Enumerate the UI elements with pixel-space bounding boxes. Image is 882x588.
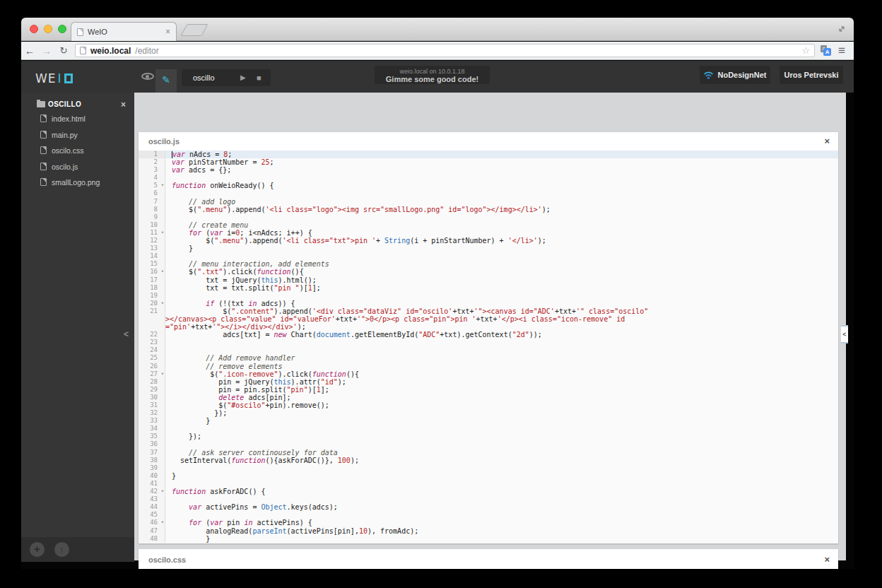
code-text[interactable]: function onWeioReady() { (165, 182, 838, 189)
code-text[interactable]: } (165, 245, 838, 252)
file-item[interactable]: main.py (21, 128, 134, 144)
panel-close-icon[interactable]: × (824, 549, 830, 569)
code-text[interactable] (165, 511, 838, 519)
code-text[interactable] (165, 174, 838, 182)
url-bar[interactable]: weio.local /editor ☆ (75, 44, 815, 57)
url-host: weio.local (90, 46, 131, 56)
code-text[interactable]: }); (165, 433, 838, 440)
code-text[interactable]: var nAdcs = 8; (165, 151, 838, 158)
code-text[interactable] (165, 425, 838, 433)
code-text[interactable]: $(".menu").append('<li class="txt">pin '… (165, 237, 838, 245)
play-icon[interactable]: ▶ (240, 69, 246, 86)
file-item[interactable]: oscilo.css (21, 143, 134, 160)
code-text[interactable]: $("#oscilo"+pin).remove(); (165, 401, 838, 409)
code-text[interactable]: // menu interaction, add elements (165, 260, 838, 268)
browser-menu-icon[interactable]: ≡ (838, 45, 845, 57)
file-item[interactable]: oscilo.js (21, 160, 134, 176)
line-number: 15 (139, 260, 165, 268)
code-text[interactable]: setInterval(function(){askForADC()}, 100… (165, 457, 838, 464)
code-text[interactable]: $(".txt").click(function(){ (165, 268, 838, 276)
reload-button[interactable]: ↻ (55, 42, 72, 59)
code-text[interactable]: delete adcs[pin]; (165, 394, 838, 401)
code-text[interactable] (165, 495, 838, 503)
code-line: 45 (139, 511, 838, 519)
code-text[interactable] (165, 213, 838, 221)
fold-marker-icon[interactable]: ▾ (161, 182, 164, 189)
back-button[interactable]: ← (21, 42, 38, 59)
code-text[interactable]: $(".menu").append('<li class="logo"><img… (165, 206, 838, 213)
code-text[interactable]: ="pin'+txt+'"></i></div></div>'); (165, 323, 838, 331)
new-tab-button[interactable] (180, 24, 208, 36)
code-text[interactable]: pin = jQuery(this).attr("id"); (165, 378, 838, 386)
code-text[interactable] (165, 346, 838, 354)
code-editor[interactable]: 1var nAdcs = 8;2var pinStartNumber = 25;… (139, 151, 838, 543)
fold-marker-icon[interactable]: ▾ (161, 370, 164, 378)
code-text[interactable]: $(".icon-remove").click(function(){ (165, 370, 838, 378)
code-text[interactable]: $(".content").append('<div class="dataVi… (165, 307, 838, 315)
edit-mode-button[interactable]: ✎ (155, 69, 177, 93)
code-text[interactable]: // create menu (165, 221, 838, 229)
code-text[interactable]: // ask server continousely for data (165, 449, 838, 457)
code-text[interactable]: } (165, 535, 838, 543)
code-text[interactable]: var adcs = {}; (165, 166, 838, 174)
file-item[interactable]: index.html (21, 112, 134, 128)
collapsed-panel[interactable]: oscilo.css × (139, 549, 838, 569)
code-text[interactable]: // add logo (165, 198, 838, 206)
stop-icon[interactable]: ■ (257, 69, 261, 86)
code-text[interactable]: for (var i=0; i<nAdcs; i++) { (165, 229, 838, 237)
code-text[interactable] (165, 292, 838, 300)
fold-marker-icon[interactable]: ▾ (161, 300, 164, 307)
translate-extension-icon[interactable]: a A (821, 45, 831, 56)
code-text[interactable]: for (var pin in activePins) { (165, 519, 838, 527)
browser-tab[interactable]: WeIO × (71, 22, 177, 41)
code-text[interactable] (165, 440, 838, 448)
editor-close-icon[interactable]: × (824, 132, 830, 151)
code-text[interactable]: adcs[txt] = new Chart(document.getElemen… (165, 331, 838, 339)
fold-marker-icon[interactable]: ▾ (161, 488, 164, 495)
fullscreen-expand-icon[interactable] (837, 24, 847, 34)
fold-marker-icon[interactable]: ▾ (161, 229, 164, 237)
code-text[interactable]: txt = jQuery(this).html(); (165, 276, 838, 284)
code-text[interactable]: txt = txt.split("pin ")[1]; (165, 284, 838, 292)
code-text[interactable]: analogRead(parseInt(activePins[pin],10),… (165, 527, 838, 535)
code-text[interactable]: if (!(txt in adcs)) { (165, 300, 838, 307)
panel-edge-toggle-chevron[interactable]: < (841, 325, 848, 343)
tab-close-icon[interactable]: × (165, 28, 170, 36)
code-text[interactable]: } (165, 417, 838, 425)
editor-panel-header[interactable]: oscilo.js × (139, 132, 838, 151)
close-window-button[interactable] (30, 25, 38, 33)
minimize-window-button[interactable] (44, 25, 52, 33)
code-text[interactable]: // Add remove handler (165, 354, 838, 362)
zoom-window-button[interactable] (58, 25, 66, 33)
code-text[interactable] (165, 252, 838, 260)
line-number: 2 (139, 158, 165, 166)
fold-marker-icon[interactable]: ▾ (161, 268, 164, 276)
code-text[interactable]: // remove elements (165, 363, 838, 370)
project-row[interactable]: OSCILLO × (21, 99, 134, 112)
page-icon (80, 47, 86, 54)
code-line: 15 // menu interaction, add elements (139, 260, 838, 268)
code-text[interactable] (165, 464, 838, 472)
add-file-button[interactable]: + (30, 542, 45, 557)
code-text[interactable]: }); (165, 409, 838, 417)
code-line: 21 $(".content").append('<div class="dat… (139, 307, 838, 315)
code-text[interactable]: function askForADC() { (165, 488, 838, 495)
sidebar-collapse-chevron-icon[interactable]: < (124, 329, 129, 339)
forward-button[interactable]: → (38, 42, 55, 59)
fold-marker-icon[interactable]: ▾ (161, 519, 164, 527)
code-text[interactable]: var pinStartNumber = 25; (165, 158, 838, 166)
code-text[interactable]: var activePins = Object.keys(adcs); (165, 503, 838, 511)
code-text[interactable] (165, 189, 838, 197)
code-text[interactable]: } (165, 472, 838, 480)
user-button[interactable]: Uros Petrevski (780, 66, 843, 84)
preview-eye-icon[interactable] (141, 73, 154, 80)
network-button[interactable]: NoDesignNet (700, 66, 770, 84)
upload-button[interactable]: ↑ (54, 542, 69, 557)
file-item[interactable]: smallLogo.png (21, 175, 134, 192)
bookmark-star-icon[interactable]: ☆ (801, 46, 810, 55)
code-text[interactable] (165, 339, 838, 346)
code-text[interactable]: ></canvas><p class="value" id="valueFor'… (165, 315, 838, 323)
code-text[interactable]: pin = pin.split("pin")[1]; (165, 386, 838, 394)
code-text[interactable] (165, 480, 838, 488)
project-close-icon[interactable]: × (121, 100, 126, 110)
